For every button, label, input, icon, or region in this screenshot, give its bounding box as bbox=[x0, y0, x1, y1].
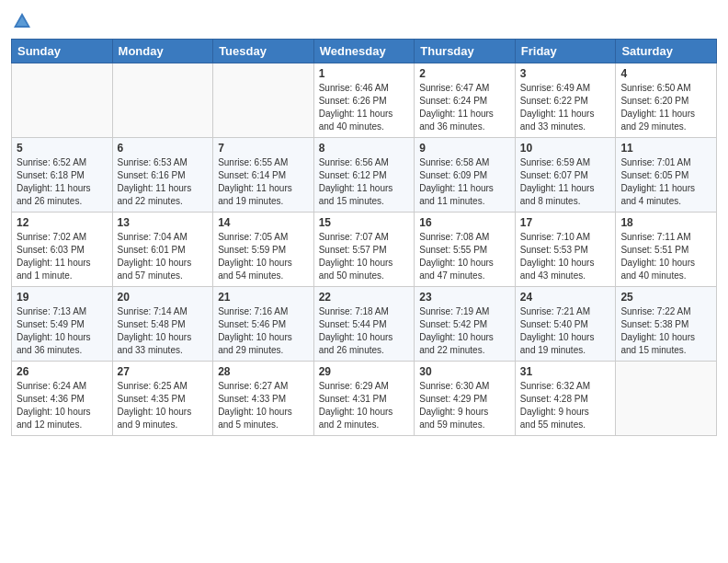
calendar-cell: 21Sunrise: 7:16 AM Sunset: 5:46 PM Dayli… bbox=[213, 286, 314, 361]
day-number: 24 bbox=[520, 291, 611, 304]
calendar-cell: 14Sunrise: 7:05 AM Sunset: 5:59 PM Dayli… bbox=[213, 212, 314, 286]
calendar-cell bbox=[12, 63, 113, 137]
calendar-cell: 4Sunrise: 6:50 AM Sunset: 6:20 PM Daylig… bbox=[616, 63, 717, 137]
day-info: Sunrise: 7:18 AM Sunset: 5:44 PM Dayligh… bbox=[319, 305, 410, 357]
calendar-cell: 9Sunrise: 6:58 AM Sunset: 6:09 PM Daylig… bbox=[415, 137, 516, 212]
day-number: 21 bbox=[218, 291, 309, 304]
day-number: 23 bbox=[419, 291, 510, 304]
logo-text bbox=[11, 9, 32, 31]
day-number: 26 bbox=[17, 365, 108, 378]
day-info: Sunrise: 7:07 AM Sunset: 5:57 PM Dayligh… bbox=[319, 231, 410, 282]
day-number: 16 bbox=[419, 216, 510, 229]
day-info: Sunrise: 7:21 AM Sunset: 5:40 PM Dayligh… bbox=[520, 305, 611, 357]
day-info: Sunrise: 6:53 AM Sunset: 6:16 PM Dayligh… bbox=[118, 156, 209, 208]
day-number: 8 bbox=[319, 142, 410, 155]
calendar-cell: 7Sunrise: 6:55 AM Sunset: 6:14 PM Daylig… bbox=[213, 137, 314, 212]
logo bbox=[11, 9, 32, 31]
day-info: Sunrise: 7:04 AM Sunset: 6:01 PM Dayligh… bbox=[118, 231, 209, 282]
calendar-cell: 1Sunrise: 6:46 AM Sunset: 6:26 PM Daylig… bbox=[313, 63, 415, 137]
day-info: Sunrise: 7:05 AM Sunset: 5:59 PM Dayligh… bbox=[218, 231, 309, 282]
day-info: Sunrise: 7:22 AM Sunset: 5:38 PM Dayligh… bbox=[620, 305, 711, 357]
calendar-cell: 13Sunrise: 7:04 AM Sunset: 6:01 PM Dayli… bbox=[112, 212, 213, 286]
weekday-header-monday: Monday bbox=[112, 39, 213, 63]
calendar-cell: 15Sunrise: 7:07 AM Sunset: 5:57 PM Dayli… bbox=[313, 212, 415, 286]
day-info: Sunrise: 6:55 AM Sunset: 6:14 PM Dayligh… bbox=[218, 156, 309, 208]
calendar-week-3: 12Sunrise: 7:02 AM Sunset: 6:03 PM Dayli… bbox=[12, 212, 717, 286]
day-info: Sunrise: 6:50 AM Sunset: 6:20 PM Dayligh… bbox=[620, 82, 711, 133]
calendar-week-2: 5Sunrise: 6:52 AM Sunset: 6:18 PM Daylig… bbox=[12, 137, 717, 212]
calendar-cell: 29Sunrise: 6:29 AM Sunset: 4:31 PM Dayli… bbox=[313, 361, 415, 435]
day-number: 6 bbox=[118, 142, 209, 155]
day-number: 19 bbox=[17, 291, 108, 304]
calendar-cell: 22Sunrise: 7:18 AM Sunset: 5:44 PM Dayli… bbox=[313, 286, 415, 361]
day-number: 20 bbox=[118, 291, 209, 304]
day-number: 25 bbox=[620, 291, 711, 304]
logo-icon bbox=[12, 11, 32, 31]
calendar-cell: 6Sunrise: 6:53 AM Sunset: 6:16 PM Daylig… bbox=[112, 137, 213, 212]
calendar-cell: 27Sunrise: 6:25 AM Sunset: 4:35 PM Dayli… bbox=[112, 361, 213, 435]
day-number: 30 bbox=[419, 365, 510, 378]
calendar-week-4: 19Sunrise: 7:13 AM Sunset: 5:49 PM Dayli… bbox=[12, 286, 717, 361]
calendar-cell: 10Sunrise: 6:59 AM Sunset: 6:07 PM Dayli… bbox=[515, 137, 616, 212]
day-info: Sunrise: 6:32 AM Sunset: 4:28 PM Dayligh… bbox=[520, 380, 611, 431]
day-info: Sunrise: 6:29 AM Sunset: 4:31 PM Dayligh… bbox=[319, 380, 410, 431]
calendar-cell: 20Sunrise: 7:14 AM Sunset: 5:48 PM Dayli… bbox=[112, 286, 213, 361]
calendar-cell: 30Sunrise: 6:30 AM Sunset: 4:29 PM Dayli… bbox=[415, 361, 516, 435]
weekday-header-wednesday: Wednesday bbox=[313, 39, 415, 63]
weekday-header-sunday: Sunday bbox=[12, 39, 113, 63]
day-info: Sunrise: 6:56 AM Sunset: 6:12 PM Dayligh… bbox=[319, 156, 410, 208]
calendar-cell: 11Sunrise: 7:01 AM Sunset: 6:05 PM Dayli… bbox=[616, 137, 717, 212]
calendar-table: SundayMondayTuesdayWednesdayThursdayFrid… bbox=[11, 39, 717, 436]
day-number: 14 bbox=[218, 216, 309, 229]
day-number: 15 bbox=[319, 216, 410, 229]
day-number: 18 bbox=[620, 216, 711, 229]
day-info: Sunrise: 6:27 AM Sunset: 4:33 PM Dayligh… bbox=[218, 380, 309, 431]
weekday-header-friday: Friday bbox=[515, 39, 616, 63]
calendar-cell: 8Sunrise: 6:56 AM Sunset: 6:12 PM Daylig… bbox=[313, 137, 415, 212]
day-info: Sunrise: 7:11 AM Sunset: 5:51 PM Dayligh… bbox=[620, 231, 711, 282]
calendar-week-1: 1Sunrise: 6:46 AM Sunset: 6:26 PM Daylig… bbox=[12, 63, 717, 137]
day-number: 4 bbox=[620, 67, 711, 80]
calendar-cell bbox=[213, 63, 314, 137]
calendar-cell: 19Sunrise: 7:13 AM Sunset: 5:49 PM Dayli… bbox=[12, 286, 113, 361]
day-number: 22 bbox=[319, 291, 410, 304]
calendar-cell: 18Sunrise: 7:11 AM Sunset: 5:51 PM Dayli… bbox=[616, 212, 717, 286]
day-info: Sunrise: 6:49 AM Sunset: 6:22 PM Dayligh… bbox=[520, 82, 611, 133]
day-info: Sunrise: 7:14 AM Sunset: 5:48 PM Dayligh… bbox=[118, 305, 209, 357]
day-info: Sunrise: 6:30 AM Sunset: 4:29 PM Dayligh… bbox=[419, 380, 510, 431]
calendar-cell: 23Sunrise: 7:19 AM Sunset: 5:42 PM Dayli… bbox=[415, 286, 516, 361]
weekday-header-thursday: Thursday bbox=[415, 39, 516, 63]
day-info: Sunrise: 7:10 AM Sunset: 5:53 PM Dayligh… bbox=[520, 231, 611, 282]
day-number: 13 bbox=[118, 216, 209, 229]
page-container: SundayMondayTuesdayWednesdayThursdayFrid… bbox=[0, 0, 728, 445]
calendar-cell: 31Sunrise: 6:32 AM Sunset: 4:28 PM Dayli… bbox=[515, 361, 616, 435]
calendar-cell: 26Sunrise: 6:24 AM Sunset: 4:36 PM Dayli… bbox=[12, 361, 113, 435]
day-info: Sunrise: 6:24 AM Sunset: 4:36 PM Dayligh… bbox=[17, 380, 108, 431]
day-number: 28 bbox=[218, 365, 309, 378]
page-header bbox=[11, 9, 717, 31]
calendar-cell: 24Sunrise: 7:21 AM Sunset: 5:40 PM Dayli… bbox=[515, 286, 616, 361]
day-info: Sunrise: 6:25 AM Sunset: 4:35 PM Dayligh… bbox=[118, 380, 209, 431]
day-info: Sunrise: 6:58 AM Sunset: 6:09 PM Dayligh… bbox=[419, 156, 510, 208]
day-number: 7 bbox=[218, 142, 309, 155]
calendar-cell: 12Sunrise: 7:02 AM Sunset: 6:03 PM Dayli… bbox=[12, 212, 113, 286]
calendar-cell: 2Sunrise: 6:47 AM Sunset: 6:24 PM Daylig… bbox=[415, 63, 516, 137]
calendar-header-row: SundayMondayTuesdayWednesdayThursdayFrid… bbox=[12, 39, 717, 63]
calendar-week-5: 26Sunrise: 6:24 AM Sunset: 4:36 PM Dayli… bbox=[12, 361, 717, 435]
day-info: Sunrise: 6:47 AM Sunset: 6:24 PM Dayligh… bbox=[419, 82, 510, 133]
weekday-header-saturday: Saturday bbox=[616, 39, 717, 63]
day-number: 3 bbox=[520, 67, 611, 80]
calendar-cell: 16Sunrise: 7:08 AM Sunset: 5:55 PM Dayli… bbox=[415, 212, 516, 286]
day-info: Sunrise: 7:16 AM Sunset: 5:46 PM Dayligh… bbox=[218, 305, 309, 357]
weekday-header-tuesday: Tuesday bbox=[213, 39, 314, 63]
day-number: 12 bbox=[17, 216, 108, 229]
day-number: 17 bbox=[520, 216, 611, 229]
day-info: Sunrise: 6:59 AM Sunset: 6:07 PM Dayligh… bbox=[520, 156, 611, 208]
day-number: 1 bbox=[319, 67, 410, 80]
day-info: Sunrise: 7:13 AM Sunset: 5:49 PM Dayligh… bbox=[17, 305, 108, 357]
day-info: Sunrise: 7:01 AM Sunset: 6:05 PM Dayligh… bbox=[620, 156, 711, 208]
day-number: 11 bbox=[620, 142, 711, 155]
day-info: Sunrise: 7:02 AM Sunset: 6:03 PM Dayligh… bbox=[17, 231, 108, 282]
calendar-cell: 28Sunrise: 6:27 AM Sunset: 4:33 PM Dayli… bbox=[213, 361, 314, 435]
calendar-cell: 5Sunrise: 6:52 AM Sunset: 6:18 PM Daylig… bbox=[12, 137, 113, 212]
